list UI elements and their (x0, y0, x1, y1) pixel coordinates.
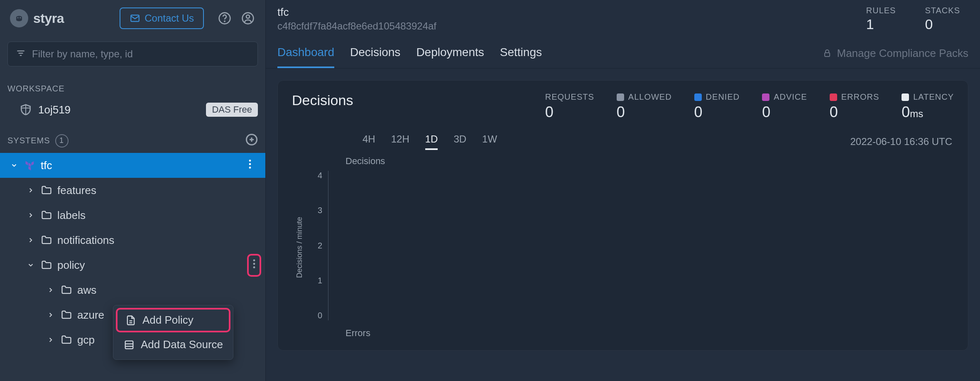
chevron-right-icon (26, 236, 36, 244)
swatch-denied (694, 93, 702, 101)
logo[interactable]: styra (10, 9, 112, 27)
svg-point-2 (224, 21, 225, 22)
user-icon[interactable] (240, 11, 255, 26)
folder-icon (41, 234, 52, 246)
systems-section-label: SYSTEMS 1 (0, 121, 265, 153)
main-header: tfc c4f8cfdf7fa84acf8e6ed105483924af RUL… (266, 0, 980, 32)
tree-item-label: aws (77, 284, 258, 297)
metric-latency: LATENCY 0ms (902, 92, 954, 121)
swatch-latency (902, 93, 909, 101)
tree-item-label: policy (57, 259, 258, 272)
folder-icon (61, 284, 72, 296)
tree-item-label: labels (57, 209, 258, 222)
svg-point-15 (253, 263, 255, 265)
folder-icon (61, 309, 72, 321)
tree-item-labels[interactable]: labels (0, 203, 265, 228)
svg-point-4 (246, 15, 250, 18)
svg-rect-19 (125, 341, 133, 349)
timestamp: 2022-06-10 16:36 UTC (850, 136, 952, 147)
more-icon[interactable] (246, 159, 258, 172)
range-3d[interactable]: 3D (453, 133, 466, 150)
tree-item-label: features (57, 184, 258, 197)
search-input[interactable] (32, 48, 250, 60)
workspace-section-label: WORKSPACE (0, 71, 265, 98)
range-1w[interactable]: 1W (482, 133, 497, 150)
menu-add-data-source[interactable]: Add Data Source (113, 332, 233, 357)
tree-item-label: notifications (57, 234, 258, 247)
svg-point-11 (249, 160, 251, 162)
decisions-card: Decisions REQUESTS 0 ALLOWED 0 DENIED 0 (277, 80, 968, 351)
svg-rect-22 (825, 53, 830, 57)
sidebar: styra Contact Us WORKSPACE 1oj519 DAS Fr… (0, 0, 266, 381)
folder-icon (41, 259, 52, 271)
chevron-right-icon (26, 211, 36, 219)
main: tfc c4f8cfdf7fa84acf8e6ed105483924af RUL… (266, 0, 980, 381)
metric-advice: ADVICE 0 (762, 92, 807, 121)
stat-rules: RULES 1 (866, 6, 896, 32)
svg-point-13 (249, 167, 251, 169)
sidebar-header: styra Contact Us (0, 0, 265, 37)
swatch-allowed (617, 93, 624, 101)
tree-item-features[interactable]: features (0, 178, 265, 203)
logo-mark-icon (10, 9, 28, 27)
manage-compliance-link[interactable]: Manage Compliance Packs (822, 47, 969, 67)
chevron-right-icon (46, 311, 56, 319)
tree-item-policy[interactable]: policy (0, 253, 265, 278)
chevron-right-icon (46, 286, 56, 294)
decisions-chart: Decisions / minute Decisions 4 3 2 1 0 E (292, 156, 954, 339)
svg-point-14 (253, 259, 255, 261)
range-1d[interactable]: 1D (425, 133, 438, 150)
menu-label: Add Policy (142, 314, 194, 327)
tree-item-notifications[interactable]: notifications (0, 228, 265, 253)
plot-area (328, 171, 954, 320)
svg-point-16 (253, 266, 255, 268)
range-4h[interactable]: 4H (363, 133, 375, 150)
metric-requests: REQUESTS 0 (545, 92, 594, 121)
context-menu: Add Policy Add Data Source (113, 305, 233, 360)
tabs-row: Dashboard Decisions Deployments Settings… (266, 32, 980, 69)
more-icon-highlighted[interactable] (247, 254, 261, 277)
chevron-right-icon (46, 336, 56, 344)
filter-icon (15, 48, 26, 60)
tree-item-aws[interactable]: aws (0, 278, 265, 302)
chart-title: Decisions (345, 156, 954, 167)
range-12h[interactable]: 12H (391, 133, 409, 150)
tab-decisions[interactable]: Decisions (350, 46, 400, 68)
tree-item-tfc[interactable]: tfc (0, 153, 265, 178)
swatch-advice (762, 93, 769, 101)
metric-denied: DENIED 0 (694, 92, 740, 121)
tab-dashboard[interactable]: Dashboard (277, 46, 334, 68)
tab-deployments[interactable]: Deployments (416, 46, 484, 68)
page-subtitle: c4f8cfdf7fa84acf8e6ed105483924af (277, 20, 436, 32)
svg-point-12 (249, 163, 251, 165)
systems-count: 1 (55, 134, 69, 147)
shield-icon (19, 103, 32, 116)
workspace-name: 1oj519 (38, 103, 200, 116)
y-axis-label: Decisions / minute (292, 156, 307, 339)
metric-errors: ERRORS 0 (830, 92, 880, 121)
tab-settings[interactable]: Settings (500, 46, 542, 68)
y-ticks: 4 3 2 1 0 (307, 171, 328, 320)
workspace-item[interactable]: 1oj519 DAS Free (0, 98, 265, 121)
lock-icon (822, 48, 832, 58)
errors-chart-title: Errors (345, 328, 954, 339)
menu-add-policy[interactable]: Add Policy (116, 308, 230, 332)
chevron-down-icon (9, 162, 19, 169)
workspace-badge: DAS Free (206, 103, 258, 117)
folder-icon (61, 334, 72, 346)
contact-us-button[interactable]: Contact Us (120, 7, 204, 29)
add-system-button[interactable] (245, 133, 258, 148)
terraform-icon (24, 160, 36, 171)
mail-icon (130, 13, 140, 24)
help-icon[interactable] (217, 11, 232, 26)
folder-icon (41, 209, 52, 221)
search-input-container[interactable] (7, 42, 258, 66)
contact-us-label: Contact Us (145, 12, 194, 24)
tree-item-label: tfc (41, 159, 241, 172)
chevron-right-icon (26, 187, 36, 194)
logo-text: styra (33, 11, 64, 26)
folder-icon (41, 184, 52, 196)
metric-allowed: ALLOWED 0 (617, 92, 672, 121)
stat-stacks: STACKS 0 (925, 6, 960, 32)
menu-label: Add Data Source (141, 338, 223, 351)
